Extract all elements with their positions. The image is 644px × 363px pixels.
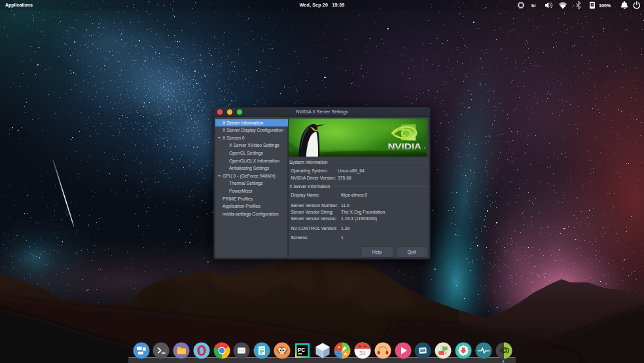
svg-text:100%: 100% — [599, 3, 611, 9]
svg-text:br: br — [531, 3, 536, 8]
svg-text:NVIDIA: NVIDIA — [387, 142, 421, 151]
svg-text:PC: PC — [298, 347, 305, 353]
svg-text:31: 31 — [359, 350, 366, 356]
